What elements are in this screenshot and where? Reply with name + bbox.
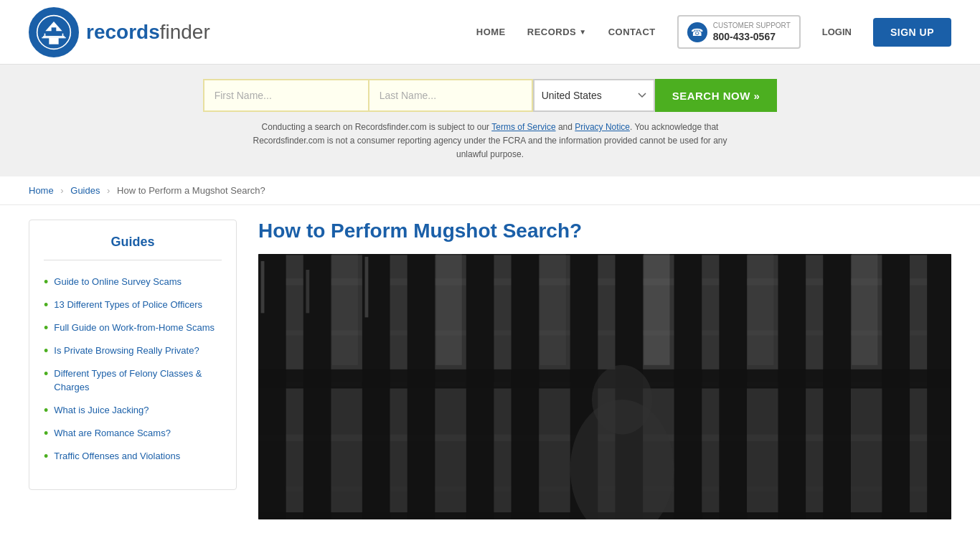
svg-rect-24 <box>512 254 540 519</box>
breadcrumb-sep-2: › <box>107 185 110 196</box>
state-select[interactable]: United States <box>533 79 655 112</box>
phone-icon: ☎ <box>687 22 707 42</box>
svg-rect-5 <box>44 33 46 37</box>
svg-rect-29 <box>778 254 806 519</box>
main-content: Guides Guide to Online Survey Scams 13 D… <box>0 205 980 534</box>
customer-support-button[interactable]: ☎ CUSTOMER SUPPORT 800-433-0567 <box>677 15 801 49</box>
search-now-button[interactable]: SEARCH NOW » <box>655 79 778 112</box>
support-number: 800-433-0567 <box>713 30 791 43</box>
sidebar-link-juice-jacking[interactable]: What is Juice Jacking? <box>54 404 149 417</box>
sidebar-title: Guides <box>44 235 222 260</box>
breadcrumb-home[interactable]: Home <box>29 185 54 196</box>
logo-area: recordsfinder <box>29 7 210 57</box>
svg-rect-37 <box>540 254 565 365</box>
list-item: Different Types of Felony Classes & Char… <box>44 362 222 398</box>
breadcrumb-guides[interactable]: Guides <box>70 185 100 196</box>
list-item: Full Guide on Work-from-Home Scams <box>44 316 222 339</box>
svg-rect-36 <box>436 254 462 365</box>
sidebar-link-police-types[interactable]: 13 Different Types of Police Officers <box>54 298 202 311</box>
sidebar-link-romance-scams[interactable]: What are Romance Scams? <box>54 427 171 440</box>
breadcrumb-sep-1: › <box>60 185 63 196</box>
svg-rect-43 <box>365 256 369 317</box>
svg-rect-6 <box>62 33 64 37</box>
sidebar-link-felony-classes[interactable]: Different Types of Felony Classes & Char… <box>54 367 222 393</box>
article-title: How to Perform Mugshot Search? <box>258 220 951 242</box>
list-item: 13 Different Types of Police Officers <box>44 293 222 316</box>
logo-text: recordsfinder <box>86 21 210 44</box>
nav-contact[interactable]: CONTACT <box>608 27 656 37</box>
first-name-input[interactable] <box>203 79 368 112</box>
search-disclaimer: Conducting a search on Recordsfinder.com… <box>239 121 741 162</box>
svg-rect-38 <box>644 254 669 365</box>
breadcrumb-current: How to Perform a Mugshot Search? <box>117 185 265 196</box>
logo-icon <box>29 7 79 57</box>
svg-rect-39 <box>748 254 773 365</box>
svg-rect-22 <box>407 254 435 519</box>
signup-button[interactable]: SIGN UP <box>873 18 951 47</box>
svg-rect-41 <box>261 260 265 312</box>
svg-rect-31 <box>882 254 910 519</box>
last-name-input[interactable] <box>368 79 533 112</box>
site-header: recordsfinder HOME RECORDS ▼ CONTACT ☎ C… <box>0 0 980 65</box>
sidebar-link-traffic-offenses[interactable]: Traffic Offenses and Violations <box>54 450 180 463</box>
main-nav: HOME RECORDS ▼ CONTACT ☎ CUSTOMER SUPPOR… <box>476 15 951 49</box>
svg-rect-42 <box>306 270 309 313</box>
article-content: How to Perform Mugshot Search? <box>258 220 951 519</box>
guides-sidebar: Guides Guide to Online Survey Scams 13 D… <box>29 220 237 491</box>
svg-rect-23 <box>466 254 494 519</box>
svg-rect-40 <box>852 254 877 365</box>
svg-rect-32 <box>927 254 951 519</box>
svg-rect-4 <box>43 36 65 37</box>
privacy-notice-link[interactable]: Privacy Notice <box>575 122 630 132</box>
list-item: Traffic Offenses and Violations <box>44 445 222 468</box>
svg-rect-28 <box>719 254 747 519</box>
search-inputs-group: United States SEARCH NOW » <box>203 79 778 112</box>
sidebar-guides-list: Guide to Online Survey Scams 13 Differen… <box>44 270 222 468</box>
breadcrumb: Home › Guides › How to Perform a Mugshot… <box>0 176 980 205</box>
svg-rect-35 <box>332 254 358 365</box>
sidebar-link-survey-scams[interactable]: Guide to Online Survey Scams <box>54 276 182 288</box>
svg-rect-27 <box>674 254 702 519</box>
list-item: Is Private Browsing Really Private? <box>44 339 222 362</box>
list-item: Guide to Online Survey Scams <box>44 270 222 293</box>
svg-rect-3 <box>52 27 57 32</box>
sidebar-link-work-from-home[interactable]: Full Guide on Work-from-Home Scams <box>54 321 215 334</box>
chevron-down-icon: ▼ <box>579 28 586 36</box>
list-item: What are Romance Scams? <box>44 422 222 445</box>
svg-rect-7 <box>42 37 65 38</box>
list-item: What is Juice Jacking? <box>44 399 222 422</box>
svg-rect-30 <box>823 254 851 519</box>
login-button[interactable]: LOGIN <box>822 27 852 37</box>
svg-point-34 <box>592 364 653 434</box>
article-hero-image <box>258 254 951 519</box>
nav-home[interactable]: HOME <box>476 27 506 37</box>
search-section: United States SEARCH NOW » Conducting a … <box>0 65 980 176</box>
nav-records[interactable]: RECORDS ▼ <box>527 27 587 37</box>
sidebar-link-private-browsing[interactable]: Is Private Browsing Really Private? <box>54 344 199 357</box>
terms-of-service-link[interactable]: Terms of Service <box>491 122 555 132</box>
support-label: CUSTOMER SUPPORT <box>713 21 791 30</box>
